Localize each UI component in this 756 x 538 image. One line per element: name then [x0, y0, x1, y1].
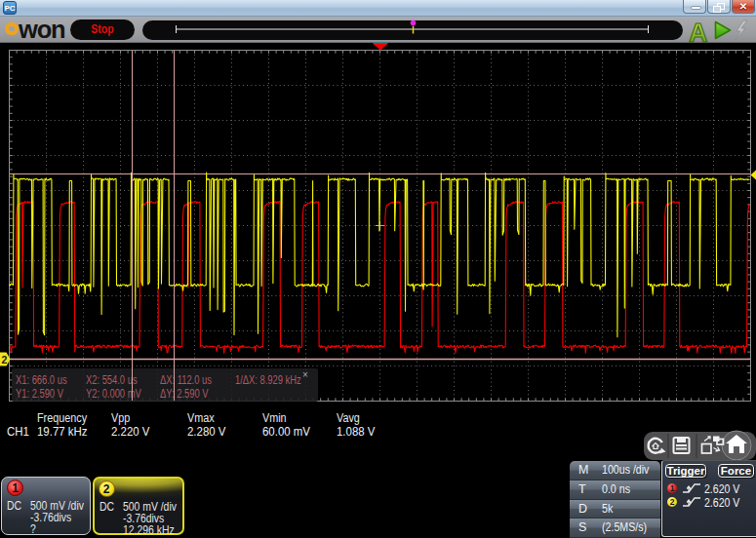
- svg-text:2: 2: [2, 354, 8, 365]
